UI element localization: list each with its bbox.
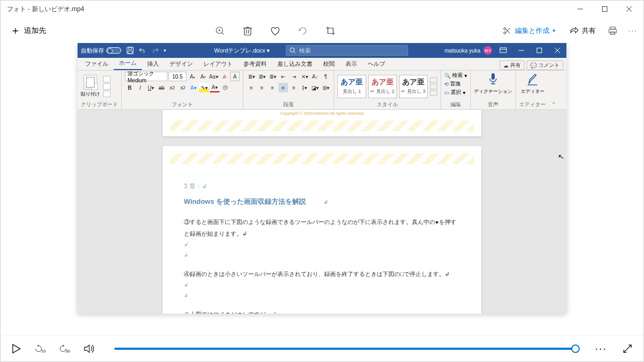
- format-painter-button[interactable]: [103, 91, 111, 97]
- subscript-button[interactable]: x2: [167, 83, 177, 92]
- change-case-button[interactable]: Aa▾: [209, 72, 218, 81]
- collapse-ribbon-button[interactable]: ⌃: [549, 71, 558, 109]
- shading-button[interactable]: ◪▾: [310, 83, 320, 92]
- rotate-icon[interactable]: [296, 24, 309, 37]
- ribbon-share-button[interactable]: ☁ 共有: [499, 61, 524, 70]
- quick-access-toolbar: ▾: [126, 47, 166, 54]
- copy-button[interactable]: [103, 83, 111, 90]
- skip-forward-button[interactable]: 30: [59, 342, 72, 355]
- decrease-font-button[interactable]: A▾: [198, 72, 208, 81]
- justify-button[interactable]: ≡: [278, 83, 288, 92]
- font-size-selector[interactable]: 10.5: [168, 72, 187, 81]
- tab-references[interactable]: 参考資料: [238, 58, 272, 70]
- style-heading3[interactable]: あア亜 ↵ 見出し 3: [399, 75, 428, 98]
- save-icon[interactable]: [126, 47, 134, 54]
- tab-view[interactable]: 表示: [340, 58, 362, 70]
- more-icon[interactable]: ···: [626, 24, 639, 37]
- playback-more-button[interactable]: ···: [595, 342, 607, 355]
- search-box[interactable]: 検索: [286, 45, 408, 56]
- maximize-button[interactable]: [592, 1, 617, 18]
- undo-icon[interactable]: [138, 47, 147, 54]
- delete-icon[interactable]: [241, 24, 254, 37]
- font-color-button[interactable]: A▾: [210, 83, 219, 92]
- crop-icon[interactable]: [324, 24, 337, 37]
- align-left-button[interactable]: ≡: [247, 83, 256, 92]
- underline-button[interactable]: U▾: [146, 83, 156, 92]
- superscript-button[interactable]: x2: [178, 83, 188, 92]
- cut-button[interactable]: [103, 76, 111, 82]
- select-button[interactable]: ▭選択 ▾: [444, 89, 465, 96]
- seek-slider[interactable]: [114, 348, 577, 350]
- asian-layout-button[interactable]: ✕▾: [300, 72, 309, 81]
- style-heading1[interactable]: あア亜 見出し 1: [337, 75, 366, 98]
- ribbon-comment-button[interactable]: 💬 コメント: [527, 61, 563, 70]
- svg-point-23: [290, 48, 294, 52]
- ribbon-group-editor: エディター エディター: [516, 71, 549, 109]
- paste-button[interactable]: [83, 75, 97, 90]
- window-title: フォト - 新しいビデオ.mp4: [3, 5, 84, 14]
- style-heading2[interactable]: あア亜 ↵ 見出し 2: [368, 75, 397, 98]
- increase-indent-button[interactable]: ⇥: [289, 72, 299, 81]
- italic-button[interactable]: I: [135, 83, 145, 92]
- clear-formatting-button[interactable]: A̷: [219, 72, 229, 81]
- share-button[interactable]: 共有: [566, 24, 599, 38]
- tab-help[interactable]: ヘルプ: [362, 58, 391, 70]
- dictation-label: ディクテーション: [474, 89, 512, 94]
- bold-button[interactable]: B: [125, 83, 134, 92]
- close-button[interactable]: [617, 1, 641, 18]
- play-button[interactable]: [10, 342, 23, 355]
- sort-button[interactable]: A↓: [310, 72, 320, 81]
- redo-icon[interactable]: [151, 47, 159, 54]
- borders-button[interactable]: ⊞▾: [321, 83, 331, 92]
- multilevel-button[interactable]: ≣▾: [268, 72, 277, 81]
- highlight-button[interactable]: ✎▾: [199, 83, 209, 92]
- skip-back-value: 10: [41, 349, 46, 354]
- customize-qat-icon[interactable]: ▾: [164, 48, 166, 53]
- tab-review[interactable]: 校閲: [318, 58, 340, 70]
- ribbon-group-paragraph: ≣▾ ≣▾ ≣▾ ⇤ ⇥ ✕▾ A↓ ¶ ≡ ≡ ≡: [243, 71, 334, 109]
- document-title[interactable]: Wordテンプレ.docx ▾: [214, 47, 270, 55]
- font-name-selector[interactable]: 游ゴシック Medium: [125, 72, 167, 81]
- show-marks-button[interactable]: ¶: [321, 72, 331, 81]
- replace-button[interactable]: ⟲置換: [444, 80, 461, 88]
- word-close-button[interactable]: [548, 43, 566, 58]
- skip-back-button[interactable]: 10: [35, 342, 47, 355]
- tab-file[interactable]: ファイル: [80, 58, 114, 70]
- tab-design[interactable]: デザイン: [164, 58, 198, 70]
- decrease-indent-button[interactable]: ⇤: [278, 72, 288, 81]
- strikethrough-button[interactable]: ab: [157, 83, 166, 92]
- styles-gallery-more[interactable]: [430, 77, 437, 96]
- align-right-button[interactable]: ≡: [268, 83, 277, 92]
- tab-insert[interactable]: 挿入: [142, 58, 164, 70]
- tab-mailings[interactable]: 差し込み文書: [272, 58, 318, 70]
- ribbon-display-icon[interactable]: [494, 43, 512, 58]
- word-document-area[interactable]: Copyright © 2020 Internet All rights res…: [78, 110, 566, 314]
- seek-thumb[interactable]: [571, 344, 580, 353]
- line-spacing-button[interactable]: ‡▾: [300, 83, 309, 92]
- text-effects-button[interactable]: A▾: [189, 83, 198, 92]
- autosave-toggle[interactable]: 自動保存: [78, 47, 121, 55]
- minimize-button[interactable]: [568, 1, 592, 18]
- tab-layout[interactable]: レイアウト: [198, 58, 238, 70]
- align-center-button[interactable]: ≡: [257, 83, 267, 92]
- bullets-button[interactable]: ≣▾: [247, 72, 256, 81]
- distributed-button[interactable]: ≡: [289, 83, 299, 92]
- word-minimize-button[interactable]: [512, 43, 530, 58]
- zoom-in-icon[interactable]: [214, 24, 226, 37]
- editor-button[interactable]: [526, 72, 539, 87]
- word-maximize-button[interactable]: [530, 43, 548, 58]
- find-button[interactable]: 🔍検索 ▾: [444, 72, 467, 79]
- tab-home[interactable]: ホーム: [114, 57, 142, 70]
- user-account[interactable]: matsuoka yuka MY: [445, 46, 494, 55]
- favorite-icon[interactable]: [269, 24, 282, 37]
- dictation-button[interactable]: [487, 72, 499, 87]
- character-border-button[interactable]: A: [230, 72, 240, 81]
- print-icon[interactable]: [606, 24, 619, 37]
- add-to-button[interactable]: ＋ 追加先: [5, 20, 52, 41]
- enclose-character-button[interactable]: ㊞: [221, 83, 230, 92]
- edit-and-create-button[interactable]: 編集と作成 ▾: [499, 24, 558, 38]
- volume-button[interactable]: [83, 342, 96, 355]
- fullscreen-button[interactable]: [621, 342, 634, 355]
- numbering-button[interactable]: ≣▾: [257, 72, 267, 81]
- increase-font-button[interactable]: A▴: [188, 72, 197, 81]
